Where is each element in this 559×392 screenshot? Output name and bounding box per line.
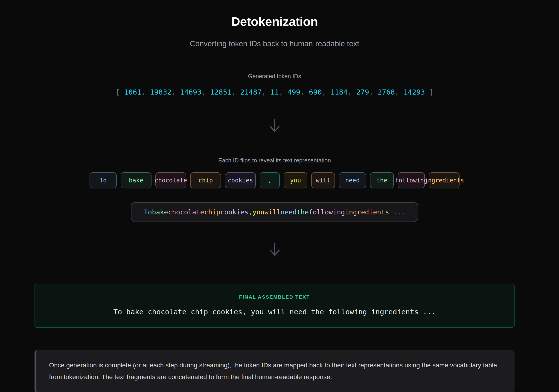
id-separator: ,: [141, 88, 150, 96]
concat-segment: To: [144, 208, 152, 216]
token-chip: ingredients: [429, 172, 459, 188]
id-separator: ,: [300, 88, 309, 96]
concat-ellipsis: ...: [389, 208, 405, 216]
id-separator: ,: [279, 88, 287, 96]
token-id: 12851: [210, 88, 232, 96]
token-chip-label: you: [290, 177, 301, 184]
token-chip: the: [370, 172, 394, 188]
token-id: 279: [356, 88, 369, 96]
concat-segment: you: [252, 208, 264, 216]
token-chip: chocolate: [155, 172, 186, 188]
detokenization-diagram: Detokenization Converting token IDs back…: [35, 0, 514, 392]
token-chip-label: To: [100, 177, 107, 184]
token-chip: chip: [190, 172, 221, 188]
token-chip: will: [311, 172, 335, 188]
token-chip: need: [339, 172, 366, 188]
concat-segment: ingredients: [345, 208, 389, 216]
flow-arrow-top: [268, 119, 281, 133]
token-id: 690: [309, 88, 322, 96]
down-arrow-icon: [268, 119, 281, 133]
id-separator: ,: [369, 88, 378, 96]
concat-segment: will: [265, 208, 281, 216]
concat-segment: following: [309, 208, 345, 216]
generated-ids-label: Generated token IDs: [248, 73, 301, 80]
id-separator: ,: [395, 88, 403, 96]
token-chip-label: ingredients: [424, 177, 464, 184]
close-bracket: ]: [425, 88, 434, 96]
final-assembled-text: To bake chocolate chip cookies, you will…: [44, 308, 505, 316]
token-id: 14693: [180, 88, 201, 96]
token-id: 499: [287, 88, 300, 96]
token-chip-label: bake: [129, 177, 143, 184]
token-chip-label: the: [376, 177, 387, 184]
id-separator: ,: [262, 88, 270, 96]
open-bracket: [: [116, 88, 124, 96]
explanation-note: Once generation is complete (or at each …: [35, 350, 514, 392]
token-chip: you: [284, 172, 307, 188]
token-chip: To: [90, 172, 117, 188]
concat-segment: chocolate: [168, 208, 204, 216]
token-chip-row: Tobakechocolatechipcookies,youwillneedth…: [90, 172, 460, 188]
id-separator: ,: [322, 88, 330, 96]
token-ids-line: [ 1061, 19832, 14693, 12851, 21487, 11, …: [116, 87, 434, 97]
token-id: 1061: [124, 88, 141, 96]
token-id: 11: [270, 88, 279, 96]
token-id: 14293: [403, 88, 425, 96]
concat-segment: cookies: [220, 208, 248, 216]
final-assembled-text-label: FINAL ASSEMBLED TEXT: [44, 294, 505, 300]
token-chip: following: [398, 172, 425, 188]
id-separator: ,: [171, 88, 180, 96]
down-arrow-icon: [268, 242, 281, 256]
page-title: Detokenization: [231, 13, 318, 29]
page-subtitle: Converting token IDs back to human-reada…: [190, 39, 359, 49]
final-assembled-text-panel: FINAL ASSEMBLED TEXT To bake chocolate c…: [35, 284, 514, 328]
concat-segment: the: [297, 208, 309, 216]
token-chip: bake: [121, 172, 151, 188]
concat-segment: ,: [248, 208, 252, 216]
token-chip-label: following: [395, 177, 428, 184]
flip-section-label: Each ID flips to reveal its text represe…: [218, 157, 331, 164]
token-chip-label: need: [345, 177, 360, 184]
token-chip: ,: [260, 172, 280, 188]
explanation-note-text: Once generation is complete (or at each …: [49, 362, 497, 381]
concat-segment: need: [281, 208, 297, 216]
concat-segment: chip: [204, 208, 220, 216]
token-chip-label: chip: [198, 177, 213, 184]
id-separator: ,: [201, 88, 210, 96]
token-id: 1184: [330, 88, 348, 96]
token-chip-label: will: [316, 177, 330, 184]
concat-segment: bake: [152, 208, 168, 216]
token-id: 2768: [378, 88, 395, 96]
id-separator: ,: [348, 88, 356, 96]
token-id: 19832: [150, 88, 171, 96]
token-chip-label: chocolate: [155, 177, 187, 184]
id-separator: ,: [232, 88, 240, 96]
flow-arrow-bottom: [268, 242, 281, 256]
token-chip: cookies: [225, 172, 256, 188]
concatenated-text-box: Tobakechocolatechipcookies,youwillneedth…: [131, 202, 418, 222]
token-chip-label: ,: [268, 177, 272, 184]
token-chip-label: cookies: [228, 177, 253, 184]
token-id: 21487: [240, 88, 261, 96]
